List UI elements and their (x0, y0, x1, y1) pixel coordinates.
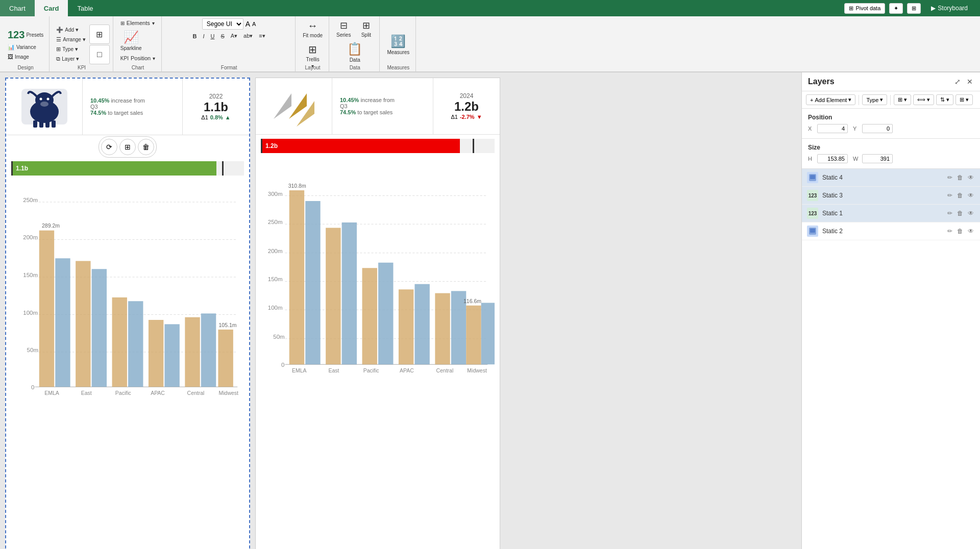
svg-rect-59 (305, 201, 320, 364)
layer-icon: ⧉ (56, 56, 60, 62)
measures-button[interactable]: 🔢 Measures (384, 33, 412, 57)
layer-visibility-static3[interactable]: 👁 (967, 191, 975, 200)
add-element-button[interactable]: + Add Element ▾ (806, 94, 855, 105)
layers-panel: Layers ⤢ ✕ + Add Element ▾ Type ▾ ⊞ ▾ (801, 72, 980, 549)
y-input[interactable] (862, 124, 893, 133)
tab-chart[interactable]: Chart (0, 0, 35, 16)
elements-button[interactable]: ⊞ Elements ▾ (117, 18, 158, 28)
card-2[interactable]: 10.45% increase from Q3 74.5% to target … (255, 78, 500, 549)
layer-visibility-static2[interactable]: 👁 (967, 227, 975, 236)
layer-visibility-static1[interactable]: 👁 (967, 209, 975, 218)
kpi-group: ➕ Add ▾ ☰ Arrange ▾ ⊞ Type ▾ (51, 16, 113, 71)
split-button[interactable]: ⊞ Split (356, 18, 376, 39)
svg-rect-6 (33, 120, 37, 128)
storyboard-icon: ▶ (931, 5, 936, 12)
type-button[interactable]: ⊞ Type ▾ (54, 45, 88, 54)
delete-button[interactable]: 🗑 (138, 139, 154, 155)
arrange-button[interactable]: ☰ Arrange ▾ (54, 35, 88, 44)
add-dropdown-icon: ▾ (76, 27, 79, 33)
layout-group: ↔ Fit mode ⊞ Trellis ▾ Layout (297, 16, 329, 71)
svg-point-5 (40, 102, 48, 107)
pivot-icon: ⊞ (849, 5, 853, 12)
svg-text:105.1m: 105.1m (219, 322, 237, 328)
layer-delete-static3[interactable]: 🗑 (956, 191, 964, 200)
svg-rect-64 (378, 263, 393, 365)
layer-edit-static1[interactable]: ✏ (946, 209, 953, 218)
layer-item-static2[interactable]: Static 2 ✏ 🗑 👁 (802, 222, 980, 240)
position-button[interactable]: KPI Position ▾ (117, 54, 158, 63)
card-header-2: 10.45% increase from Q3 74.5% to target … (256, 78, 500, 135)
tab-table[interactable]: Table (68, 0, 102, 16)
layer-visibility-static4[interactable]: 👁 (967, 173, 975, 182)
series-button[interactable]: ⊟ Series (333, 18, 354, 39)
tab-card[interactable]: Card (35, 0, 68, 16)
rotate-button[interactable]: ⟳ (101, 139, 117, 155)
svg-text:200m: 200m (268, 248, 283, 254)
grid-view-button[interactable]: ⊞ (89, 24, 110, 44)
card-kpi-right-1: 2022 1.1b Δ1 0.8% ▲ (183, 79, 249, 135)
sparkline-icon: 📈 (124, 30, 139, 44)
strikethrough-button[interactable]: S (218, 32, 227, 40)
underline-button[interactable]: U (208, 32, 217, 40)
svg-text:East: East (328, 367, 339, 372)
layer-delete-static2[interactable]: 🗑 (956, 227, 964, 236)
bold-button[interactable]: B (190, 32, 199, 40)
layers-list: Static 4 ✏ 🗑 👁 123 Static 3 ✏ 🗑 👁 (802, 169, 980, 549)
variance-button[interactable]: 📊 Variance (5, 43, 46, 52)
layer-item-static1[interactable]: 123 Static 1 ✏ 🗑 👁 (802, 205, 980, 222)
fontcolor-button[interactable]: A▾ (228, 32, 240, 40)
panel-title: Layers (808, 77, 835, 86)
layer-edit-static3[interactable]: ✏ (946, 191, 953, 200)
type-panel-button[interactable]: Type ▾ (862, 94, 887, 105)
image-button[interactable]: 🖼 Image (5, 53, 46, 61)
card-1[interactable]: 10.45% increase from Q3 74.5% to target … (5, 78, 250, 549)
panel-expand-button[interactable]: ⤢ (953, 77, 962, 87)
more-button[interactable]: ⊞ ▾ (955, 94, 973, 105)
h-input[interactable] (817, 154, 848, 163)
layer-delete-static1[interactable]: 🗑 (956, 209, 964, 218)
measures-group: 🔢 Measures Measures (381, 16, 416, 71)
x-input[interactable] (817, 124, 848, 133)
panel-close-button[interactable]: ✕ (966, 77, 974, 87)
highlight-button[interactable]: ab▾ (241, 32, 255, 40)
storyboard-button[interactable]: ▶ Storyboard (925, 3, 974, 14)
sparkline-button[interactable]: 📈 Sparkline (117, 29, 145, 53)
progress-bar-1: 1.1b (11, 161, 244, 176)
italic-button[interactable]: I (200, 32, 207, 40)
layer-delete-static4[interactable]: 🗑 (956, 173, 964, 182)
layer-item-static4[interactable]: Static 4 ✏ 🗑 👁 (802, 169, 980, 187)
split-icon: ⊞ (362, 20, 370, 31)
fit-mode-button[interactable]: ↔ Fit mode (300, 18, 326, 40)
add-button[interactable]: ➕ Add ▾ (54, 26, 88, 34)
layer-item-static3[interactable]: 123 Static 3 ✏ 🗑 👁 (802, 187, 980, 205)
svg-rect-32 (201, 313, 216, 387)
square-button[interactable]: □ (89, 45, 110, 64)
font-select[interactable]: Segoe UI (202, 18, 243, 30)
distribute-button[interactable]: ⟺ ▾ (913, 94, 934, 105)
svg-text:300m: 300m (268, 191, 283, 197)
svg-text:100m: 100m (268, 305, 283, 311)
presets-button[interactable]: 123 Presets (5, 28, 46, 42)
layout-align-button[interactable]: ⊞ ▾ (894, 94, 911, 105)
series-icon: ⊟ (340, 20, 348, 31)
font-size-a-small: A (252, 21, 256, 27)
layer-button[interactable]: ⧉ Layer ▾ (54, 55, 88, 63)
grid-button[interactable]: ⊞ (907, 3, 921, 14)
measures-icon: 🔢 (390, 34, 406, 48)
align-button[interactable]: ≡▾ (256, 32, 267, 40)
pivot-data-button[interactable]: ⊞ Pivot data (844, 3, 885, 14)
svg-point-3 (39, 98, 42, 101)
w-input[interactable] (862, 154, 893, 163)
duplicate-button[interactable]: ⊞ (119, 139, 136, 155)
type-icon: ⊞ (56, 46, 61, 53)
layer-edit-static4[interactable]: ✏ (946, 173, 953, 182)
layer-edit-static2[interactable]: ✏ (946, 227, 953, 236)
align-vert-button[interactable]: ⇅ ▾ (936, 94, 953, 105)
wand-button[interactable]: ✦ (889, 3, 903, 14)
layer-name-static2: Static 2 (822, 228, 942, 235)
data-button[interactable]: 📋 Data (344, 40, 365, 64)
type-dropdown-icon: ▾ (75, 46, 78, 53)
svg-rect-70 (481, 303, 495, 365)
svg-rect-66 (414, 284, 429, 365)
svg-text:Pacific: Pacific (115, 390, 131, 395)
